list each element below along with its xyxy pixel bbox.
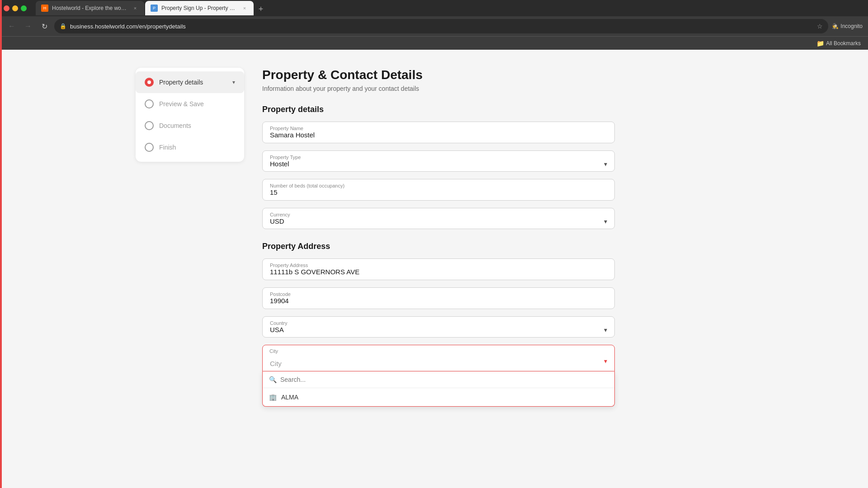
city-search-input[interactable] <box>280 376 608 383</box>
property-address-field[interactable]: Property Address <box>262 258 615 280</box>
stepper-item-documents[interactable]: Documents <box>136 115 244 136</box>
window-maximize-button[interactable] <box>21 5 27 11</box>
property-address-label: Property Address <box>270 263 308 268</box>
tab-hostelworld[interactable]: H Hostelworld - Explore the worl... × <box>36 1 144 15</box>
country-group: Country USA ▾ <box>262 316 615 338</box>
window-minimize-button[interactable] <box>12 5 18 11</box>
address-bar-actions: ☆ <box>817 23 823 30</box>
property-type-field[interactable]: Property Type Hostel ▾ <box>262 150 615 172</box>
bookmarks-folder-item[interactable]: 📁 All Bookmarks <box>816 40 861 47</box>
property-type-chevron: ▾ <box>604 160 607 168</box>
window-controls <box>4 5 27 11</box>
nav-bar: ← → ↻ 🔒 ☆ 🕵 Incognito <box>0 16 868 36</box>
tab-property-signup[interactable]: P Property Sign Up - Property an... × <box>145 1 254 15</box>
currency-field[interactable]: Currency USD ▾ <box>262 208 615 229</box>
property-type-group: Property Type Hostel ▾ <box>262 150 615 172</box>
country-value: USA <box>270 326 604 333</box>
stepper-label-documents: Documents <box>159 122 191 129</box>
currency-value: USD <box>270 217 604 225</box>
stepper-chevron-property-details: ▾ <box>232 79 235 85</box>
property-address-section: Property Address Property Address Postco… <box>262 242 615 371</box>
currency-select[interactable]: USD ▾ <box>270 217 607 225</box>
stepper-item-property-details[interactable]: Property details ▾ <box>136 71 244 93</box>
bookmark-star-button[interactable]: ☆ <box>817 23 823 30</box>
incognito-badge: 🕵 Incognito <box>832 23 863 29</box>
tab-title-hostelworld: Hostelworld - Explore the worl... <box>52 5 128 11</box>
city-placeholder: City <box>270 354 604 367</box>
main-form: Property & Contact Details Information a… <box>262 68 615 434</box>
stepper-item-preview-save[interactable]: Preview & Save <box>136 93 244 115</box>
postcode-field[interactable]: Postcode <box>262 287 615 309</box>
country-chevron: ▾ <box>604 326 607 333</box>
forward-button[interactable]: → <box>22 20 34 33</box>
city-chevron: ▾ <box>604 357 607 365</box>
property-details-section: Property details Property Name Property … <box>262 105 615 229</box>
lock-icon: 🔒 <box>60 23 66 29</box>
tab-close-hostelworld[interactable]: × <box>132 5 139 12</box>
nav-right: 🕵 Incognito <box>832 23 863 29</box>
property-name-field[interactable]: Property Name <box>262 122 615 143</box>
tabs-bar: H Hostelworld - Explore the worl... × P … <box>32 1 271 15</box>
title-bar: H Hostelworld - Explore the worl... × P … <box>0 0 868 16</box>
bookmarks-folder-icon: 📁 <box>816 40 824 47</box>
city-building-icon: 🏢 <box>269 394 277 401</box>
left-accent-bar <box>0 0 2 452</box>
bookmarks-bar: 📁 All Bookmarks <box>0 36 868 50</box>
currency-label: Currency <box>270 212 290 217</box>
property-name-label: Property Name <box>270 126 303 131</box>
page-content: Property details ▾ Preview & Save Docume… <box>0 50 868 452</box>
browser-chrome: H Hostelworld - Explore the worl... × P … <box>0 0 868 50</box>
back-button[interactable]: ← <box>5 20 18 33</box>
stepper-label-property-details: Property details <box>159 79 203 86</box>
stepper-circle-preview-save <box>145 99 154 108</box>
city-field[interactable]: City City ▾ <box>262 345 615 371</box>
property-address-input[interactable] <box>270 268 607 276</box>
city-option-alma[interactable]: 🏢 ALMA <box>263 388 614 406</box>
property-name-input[interactable] <box>270 131 607 139</box>
stepper-label-finish: Finish <box>159 144 176 151</box>
incognito-icon: 🕵 <box>832 23 839 29</box>
postcode-input[interactable] <box>270 297 607 305</box>
city-dropdown-menu: 🔍 🏢 ALMA <box>262 371 615 407</box>
currency-chevron: ▾ <box>604 218 607 225</box>
num-beds-label: Number of beds (total occupancy) <box>270 183 344 188</box>
stepper-circle-documents <box>145 121 154 130</box>
postcode-group: Postcode <box>262 287 615 309</box>
city-option-alma-label: ALMA <box>281 394 298 401</box>
property-address-section-title: Property Address <box>262 242 615 251</box>
property-address-group: Property Address <box>262 258 615 280</box>
city-search-bar: 🔍 <box>263 371 614 388</box>
country-label: Country <box>270 320 288 326</box>
incognito-label: Incognito <box>840 23 863 29</box>
sidebar: Property details ▾ Preview & Save Docume… <box>136 68 244 434</box>
country-field[interactable]: Country USA ▾ <box>262 316 615 338</box>
url-input[interactable] <box>70 23 813 30</box>
property-type-select[interactable]: Hostel ▾ <box>270 160 607 168</box>
property-type-value: Hostel <box>270 160 604 168</box>
property-name-group: Property Name <box>262 122 615 143</box>
property-type-label: Property Type <box>270 155 301 160</box>
stepper-circle-finish <box>145 143 154 152</box>
tab-close-property[interactable]: × <box>241 5 248 12</box>
city-label: City <box>269 348 278 354</box>
bookmarks-label: All Bookmarks <box>826 40 861 47</box>
page-subtitle: Information about your property and your… <box>262 85 615 92</box>
tab-favicon-property: P <box>151 5 158 12</box>
country-select[interactable]: USA ▾ <box>270 326 607 333</box>
address-bar[interactable]: 🔒 ☆ <box>54 19 828 33</box>
num-beds-field[interactable]: Number of beds (total occupancy) <box>262 179 615 201</box>
num-beds-group: Number of beds (total occupancy) <box>262 179 615 201</box>
property-details-section-title: Property details <box>262 105 615 114</box>
num-beds-input[interactable] <box>270 188 607 196</box>
tab-title-property: Property Sign Up - Property an... <box>161 5 237 11</box>
currency-group: Currency USD ▾ <box>262 208 615 229</box>
page-title: Property & Contact Details <box>262 68 615 82</box>
window-close-button[interactable] <box>4 5 9 11</box>
city-dropdown-wrapper: City City ▾ 🔍 🏢 ALMA <box>262 345 615 371</box>
new-tab-button[interactable]: + <box>255 3 267 15</box>
stepper-label-preview-save: Preview & Save <box>159 100 204 108</box>
reload-button[interactable]: ↻ <box>38 20 51 33</box>
stepper-circle-property-details <box>145 78 154 87</box>
city-search-icon: 🔍 <box>269 376 277 383</box>
stepper-item-finish[interactable]: Finish <box>136 136 244 158</box>
